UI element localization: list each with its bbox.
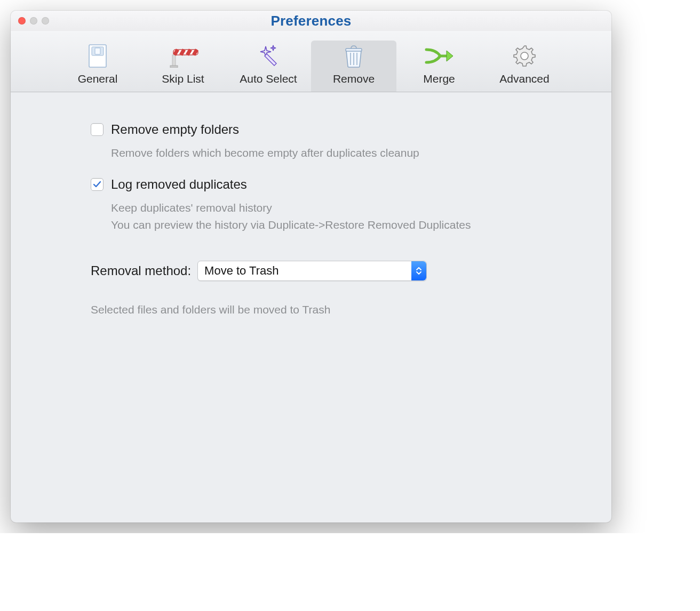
tab-advanced[interactable]: Advanced	[482, 41, 567, 92]
svg-rect-2	[95, 48, 100, 54]
preferences-window: Preferences General	[11, 11, 611, 522]
tab-skip-list[interactable]: Skip List	[140, 41, 226, 92]
zoom-window-button[interactable]	[42, 17, 49, 25]
tab-label: General	[55, 73, 140, 85]
title-bar: Preferences	[11, 11, 611, 31]
remove-empty-folders-checkbox[interactable]	[91, 123, 104, 136]
tab-auto-select[interactable]: Auto Select	[226, 41, 311, 92]
svg-rect-4	[170, 66, 178, 68]
log-removed-duplicates-label: Log removed duplicates	[111, 177, 247, 192]
general-icon	[89, 44, 107, 70]
popup-stepper-icon	[411, 261, 426, 280]
removal-method-value: Move to Trash	[204, 264, 279, 278]
tab-label: Skip List	[140, 73, 226, 85]
removal-method-description: Selected files and folders will be moved…	[91, 303, 579, 316]
remove-empty-folders-description: Remove folders which become empty after …	[111, 144, 579, 162]
log-removed-duplicates-description: Keep duplicates' removal history You can…	[111, 199, 579, 234]
removal-method-row: Removal method: Move to Trash	[91, 261, 579, 281]
tab-general[interactable]: General	[55, 41, 140, 92]
window-controls	[18, 17, 49, 25]
svg-point-14	[521, 52, 528, 60]
removal-method-popup[interactable]: Move to Trash	[197, 261, 427, 281]
tab-label: Advanced	[482, 73, 567, 85]
minimize-window-button[interactable]	[30, 17, 37, 25]
preferences-toolbar: General	[11, 31, 611, 92]
option-log-removed-duplicates: Log removed duplicates Keep duplicates' …	[91, 177, 579, 234]
tab-label: Merge	[396, 73, 482, 85]
svg-rect-13	[346, 49, 362, 51]
svg-rect-3	[172, 55, 176, 67]
log-removed-duplicates-checkbox[interactable]	[91, 178, 104, 191]
skip-list-icon	[167, 44, 199, 70]
merge-icon	[424, 46, 454, 68]
trash-icon	[344, 44, 363, 70]
tab-merge[interactable]: Merge	[396, 41, 482, 92]
option-remove-empty-folders: Remove empty folders Remove folders whic…	[91, 122, 579, 162]
tab-remove[interactable]: Remove	[311, 41, 396, 92]
tab-label: Remove	[311, 73, 396, 85]
gear-icon	[513, 44, 536, 70]
close-window-button[interactable]	[18, 17, 26, 25]
removal-method-label: Removal method:	[91, 263, 191, 278]
auto-select-icon	[256, 44, 281, 70]
remove-pane: Remove empty folders Remove folders whic…	[11, 92, 611, 316]
remove-empty-folders-label: Remove empty folders	[111, 122, 239, 137]
tab-label: Auto Select	[226, 73, 311, 85]
